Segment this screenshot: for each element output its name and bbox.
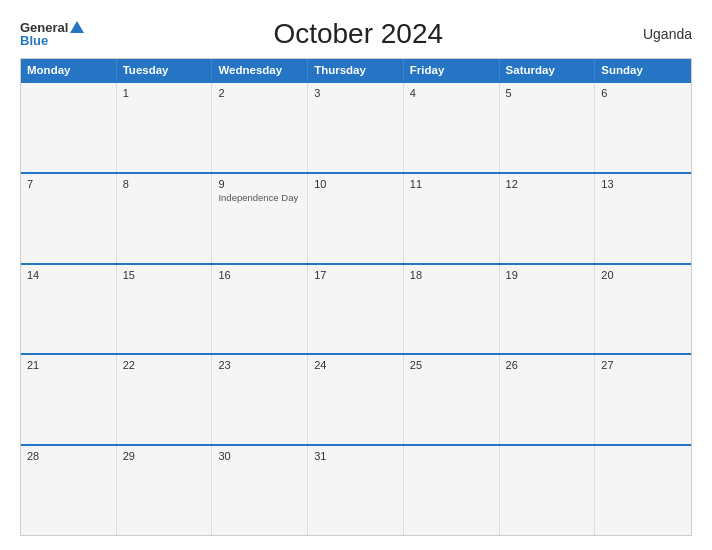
day-number: 30 xyxy=(218,450,301,462)
calendar-body: 123456789Independence Day101112131415161… xyxy=(21,81,691,535)
week-row-4: 21222324252627 xyxy=(21,353,691,444)
header-thursday: Thursday xyxy=(308,59,404,81)
day-number: 11 xyxy=(410,178,493,190)
cal-cell-w3-d2: 15 xyxy=(117,265,213,354)
cal-cell-w4-d5: 25 xyxy=(404,355,500,444)
day-number: 27 xyxy=(601,359,685,371)
week-row-5: 28293031 xyxy=(21,444,691,535)
day-number: 10 xyxy=(314,178,397,190)
day-number: 1 xyxy=(123,87,206,99)
cal-cell-w4-d2: 22 xyxy=(117,355,213,444)
header-monday: Monday xyxy=(21,59,117,81)
day-number: 9 xyxy=(218,178,301,190)
country-label: Uganda xyxy=(632,26,692,42)
cal-cell-w2-d4: 10 xyxy=(308,174,404,263)
cal-cell-w2-d6: 12 xyxy=(500,174,596,263)
day-number: 18 xyxy=(410,269,493,281)
day-number: 4 xyxy=(410,87,493,99)
cal-cell-w5-d7 xyxy=(595,446,691,535)
day-number: 2 xyxy=(218,87,301,99)
cal-cell-w5-d1: 28 xyxy=(21,446,117,535)
day-number: 5 xyxy=(506,87,589,99)
cal-cell-w5-d3: 30 xyxy=(212,446,308,535)
day-number: 31 xyxy=(314,450,397,462)
cal-cell-w5-d5 xyxy=(404,446,500,535)
day-number: 15 xyxy=(123,269,206,281)
header-saturday: Saturday xyxy=(500,59,596,81)
cal-cell-w1-d4: 3 xyxy=(308,83,404,172)
cal-cell-w3-d5: 18 xyxy=(404,265,500,354)
week-row-3: 14151617181920 xyxy=(21,263,691,354)
cal-cell-w2-d7: 13 xyxy=(595,174,691,263)
cal-cell-w4-d7: 27 xyxy=(595,355,691,444)
day-number: 21 xyxy=(27,359,110,371)
cal-cell-w2-d5: 11 xyxy=(404,174,500,263)
cal-cell-w2-d3: 9Independence Day xyxy=(212,174,308,263)
header-wednesday: Wednesday xyxy=(212,59,308,81)
cal-cell-w3-d4: 17 xyxy=(308,265,404,354)
cal-cell-w3-d6: 19 xyxy=(500,265,596,354)
cal-cell-w3-d3: 16 xyxy=(212,265,308,354)
day-number: 20 xyxy=(601,269,685,281)
day-number: 19 xyxy=(506,269,589,281)
cal-cell-w4-d1: 21 xyxy=(21,355,117,444)
day-number: 7 xyxy=(27,178,110,190)
day-number: 28 xyxy=(27,450,110,462)
cal-cell-w1-d6: 5 xyxy=(500,83,596,172)
day-number: 26 xyxy=(506,359,589,371)
cal-cell-w2-d1: 7 xyxy=(21,174,117,263)
cal-cell-w3-d1: 14 xyxy=(21,265,117,354)
logo: General Blue xyxy=(20,21,84,47)
cal-cell-w5-d2: 29 xyxy=(117,446,213,535)
cal-cell-w1-d5: 4 xyxy=(404,83,500,172)
cal-cell-w4-d6: 26 xyxy=(500,355,596,444)
day-number: 12 xyxy=(506,178,589,190)
day-number: 8 xyxy=(123,178,206,190)
day-number: 14 xyxy=(27,269,110,281)
week-row-2: 789Independence Day10111213 xyxy=(21,172,691,263)
cal-cell-w1-d1 xyxy=(21,83,117,172)
day-number: 24 xyxy=(314,359,397,371)
event-label: Independence Day xyxy=(218,192,301,203)
day-number: 22 xyxy=(123,359,206,371)
header-tuesday: Tuesday xyxy=(117,59,213,81)
cal-cell-w5-d4: 31 xyxy=(308,446,404,535)
cal-cell-w1-d2: 1 xyxy=(117,83,213,172)
calendar: Monday Tuesday Wednesday Thursday Friday… xyxy=(20,58,692,536)
day-number: 3 xyxy=(314,87,397,99)
day-number: 17 xyxy=(314,269,397,281)
cal-cell-w5-d6 xyxy=(500,446,596,535)
day-number: 13 xyxy=(601,178,685,190)
logo-triangle-icon xyxy=(70,21,84,33)
cal-cell-w4-d4: 24 xyxy=(308,355,404,444)
day-number: 6 xyxy=(601,87,685,99)
week-row-1: 123456 xyxy=(21,81,691,172)
day-number: 25 xyxy=(410,359,493,371)
page-title: October 2024 xyxy=(84,18,632,50)
calendar-header: Monday Tuesday Wednesday Thursday Friday… xyxy=(21,59,691,81)
day-number: 23 xyxy=(218,359,301,371)
page: General Blue October 2024 Uganda Monday … xyxy=(0,0,712,550)
logo-blue-text: Blue xyxy=(20,34,48,47)
day-number: 16 xyxy=(218,269,301,281)
header-sunday: Sunday xyxy=(595,59,691,81)
cal-cell-w2-d2: 8 xyxy=(117,174,213,263)
header: General Blue October 2024 Uganda xyxy=(20,18,692,50)
day-number: 29 xyxy=(123,450,206,462)
cal-cell-w3-d7: 20 xyxy=(595,265,691,354)
header-friday: Friday xyxy=(404,59,500,81)
cal-cell-w1-d3: 2 xyxy=(212,83,308,172)
cal-cell-w1-d7: 6 xyxy=(595,83,691,172)
cal-cell-w4-d3: 23 xyxy=(212,355,308,444)
